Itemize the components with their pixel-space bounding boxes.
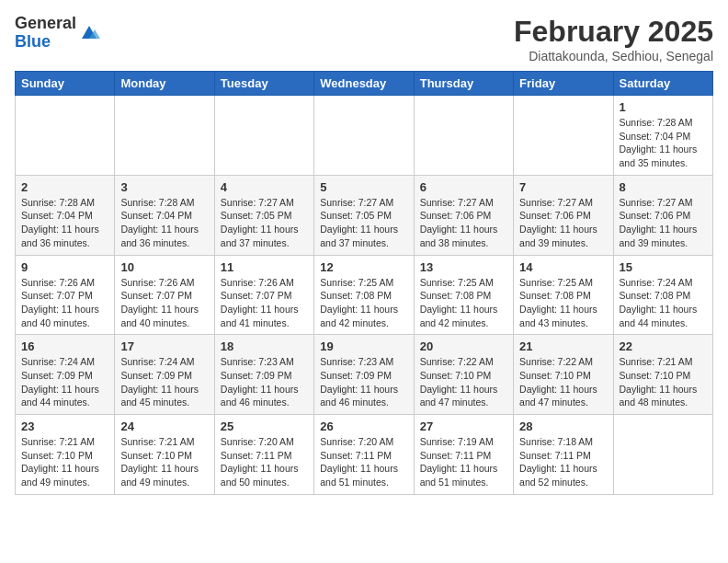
day-info: Sunrise: 7:21 AM Sunset: 7:10 PM Dayligh… <box>21 435 108 489</box>
day-number: 1 <box>620 100 707 114</box>
calendar-cell: 16Sunrise: 7:24 AM Sunset: 7:09 PM Dayli… <box>16 335 115 415</box>
day-info: Sunrise: 7:26 AM Sunset: 7:07 PM Dayligh… <box>120 276 208 330</box>
day-number: 6 <box>420 180 507 194</box>
day-number: 23 <box>21 419 108 433</box>
calendar-cell: 13Sunrise: 7:25 AM Sunset: 7:08 PM Dayli… <box>414 255 513 335</box>
logo-icon <box>78 22 100 44</box>
col-header-saturday: Saturday <box>613 72 712 96</box>
logo-blue-text: Blue <box>15 32 51 51</box>
day-number: 15 <box>620 260 707 274</box>
calendar-cell <box>314 96 414 176</box>
day-info: Sunrise: 7:26 AM Sunset: 7:07 PM Dayligh… <box>221 276 308 330</box>
day-info: Sunrise: 7:25 AM Sunset: 7:08 PM Dayligh… <box>519 276 607 330</box>
day-number: 25 <box>221 419 308 433</box>
calendar-cell <box>613 415 712 495</box>
calendar-cell: 17Sunrise: 7:24 AM Sunset: 7:09 PM Dayli… <box>115 335 214 415</box>
day-info: Sunrise: 7:27 AM Sunset: 7:05 PM Dayligh… <box>320 196 407 250</box>
calendar-cell <box>115 96 214 176</box>
logo: General Blue <box>15 15 100 52</box>
col-header-wednesday: Wednesday <box>314 72 414 96</box>
calendar-week-row: 16Sunrise: 7:24 AM Sunset: 7:09 PM Dayli… <box>16 335 713 415</box>
calendar-cell: 7Sunrise: 7:27 AM Sunset: 7:06 PM Daylig… <box>514 175 613 255</box>
calendar-week-row: 1Sunrise: 7:28 AM Sunset: 7:04 PM Daylig… <box>16 96 713 176</box>
calendar-cell <box>414 96 513 176</box>
calendar-cell: 22Sunrise: 7:21 AM Sunset: 7:10 PM Dayli… <box>613 335 712 415</box>
day-info: Sunrise: 7:20 AM Sunset: 7:11 PM Dayligh… <box>221 435 308 489</box>
calendar-cell: 25Sunrise: 7:20 AM Sunset: 7:11 PM Dayli… <box>214 415 313 495</box>
calendar-cell: 21Sunrise: 7:22 AM Sunset: 7:10 PM Dayli… <box>514 335 613 415</box>
day-number: 2 <box>21 180 108 194</box>
day-info: Sunrise: 7:22 AM Sunset: 7:10 PM Dayligh… <box>519 355 607 409</box>
calendar-cell: 4Sunrise: 7:27 AM Sunset: 7:05 PM Daylig… <box>214 175 313 255</box>
day-info: Sunrise: 7:28 AM Sunset: 7:04 PM Dayligh… <box>21 196 108 250</box>
calendar-cell: 10Sunrise: 7:26 AM Sunset: 7:07 PM Dayli… <box>115 255 214 335</box>
calendar-cell: 8Sunrise: 7:27 AM Sunset: 7:06 PM Daylig… <box>613 175 712 255</box>
calendar-cell: 1Sunrise: 7:28 AM Sunset: 7:04 PM Daylig… <box>613 96 712 176</box>
logo-general-text: General <box>15 14 76 32</box>
day-number: 20 <box>420 339 507 353</box>
calendar-cell: 6Sunrise: 7:27 AM Sunset: 7:06 PM Daylig… <box>414 175 513 255</box>
day-info: Sunrise: 7:19 AM Sunset: 7:11 PM Dayligh… <box>420 435 507 489</box>
calendar-cell: 14Sunrise: 7:25 AM Sunset: 7:08 PM Dayli… <box>514 255 613 335</box>
day-info: Sunrise: 7:25 AM Sunset: 7:08 PM Dayligh… <box>420 276 507 330</box>
day-info: Sunrise: 7:28 AM Sunset: 7:04 PM Dayligh… <box>620 116 707 170</box>
day-info: Sunrise: 7:24 AM Sunset: 7:09 PM Dayligh… <box>120 355 208 409</box>
calendar-cell: 11Sunrise: 7:26 AM Sunset: 7:07 PM Dayli… <box>214 255 313 335</box>
calendar-cell: 18Sunrise: 7:23 AM Sunset: 7:09 PM Dayli… <box>214 335 313 415</box>
calendar-table: SundayMondayTuesdayWednesdayThursdayFrid… <box>15 71 713 495</box>
day-number: 24 <box>120 419 208 433</box>
calendar-week-row: 23Sunrise: 7:21 AM Sunset: 7:10 PM Dayli… <box>16 415 713 495</box>
month-year-title: February 2025 <box>514 15 713 49</box>
calendar-cell: 2Sunrise: 7:28 AM Sunset: 7:04 PM Daylig… <box>16 175 115 255</box>
calendar-cell: 12Sunrise: 7:25 AM Sunset: 7:08 PM Dayli… <box>314 255 414 335</box>
calendar-cell: 5Sunrise: 7:27 AM Sunset: 7:05 PM Daylig… <box>314 175 414 255</box>
calendar-cell <box>214 96 313 176</box>
day-number: 28 <box>519 419 607 433</box>
calendar-cell: 23Sunrise: 7:21 AM Sunset: 7:10 PM Dayli… <box>16 415 115 495</box>
calendar-cell: 28Sunrise: 7:18 AM Sunset: 7:11 PM Dayli… <box>514 415 613 495</box>
calendar-cell: 26Sunrise: 7:20 AM Sunset: 7:11 PM Dayli… <box>314 415 414 495</box>
col-header-friday: Friday <box>514 72 613 96</box>
calendar-cell: 24Sunrise: 7:21 AM Sunset: 7:10 PM Dayli… <box>115 415 214 495</box>
calendar-cell: 3Sunrise: 7:28 AM Sunset: 7:04 PM Daylig… <box>115 175 214 255</box>
day-info: Sunrise: 7:27 AM Sunset: 7:05 PM Dayligh… <box>221 196 308 250</box>
day-info: Sunrise: 7:21 AM Sunset: 7:10 PM Dayligh… <box>120 435 208 489</box>
calendar-cell: 19Sunrise: 7:23 AM Sunset: 7:09 PM Dayli… <box>314 335 414 415</box>
calendar-cell <box>16 96 115 176</box>
title-block: February 2025 Diattakounda, Sedhiou, Sen… <box>514 15 713 63</box>
day-number: 7 <box>519 180 607 194</box>
day-number: 13 <box>420 260 507 274</box>
calendar-cell <box>514 96 613 176</box>
day-info: Sunrise: 7:21 AM Sunset: 7:10 PM Dayligh… <box>620 355 707 409</box>
day-info: Sunrise: 7:20 AM Sunset: 7:11 PM Dayligh… <box>320 435 407 489</box>
day-number: 5 <box>320 180 407 194</box>
day-number: 9 <box>21 260 108 274</box>
page-header: General Blue February 2025 Diattakounda,… <box>15 15 713 63</box>
day-number: 26 <box>320 419 407 433</box>
location-subtitle: Diattakounda, Sedhiou, Senegal <box>514 49 713 63</box>
day-info: Sunrise: 7:26 AM Sunset: 7:07 PM Dayligh… <box>21 276 108 330</box>
day-info: Sunrise: 7:25 AM Sunset: 7:08 PM Dayligh… <box>320 276 407 330</box>
day-number: 27 <box>420 419 507 433</box>
day-info: Sunrise: 7:28 AM Sunset: 7:04 PM Dayligh… <box>120 196 208 250</box>
col-header-sunday: Sunday <box>16 72 115 96</box>
day-number: 8 <box>620 180 707 194</box>
day-number: 12 <box>320 260 407 274</box>
day-number: 17 <box>120 339 208 353</box>
day-number: 3 <box>120 180 208 194</box>
day-number: 14 <box>519 260 607 274</box>
calendar-week-row: 9Sunrise: 7:26 AM Sunset: 7:07 PM Daylig… <box>16 255 713 335</box>
day-number: 18 <box>221 339 308 353</box>
calendar-week-row: 2Sunrise: 7:28 AM Sunset: 7:04 PM Daylig… <box>16 175 713 255</box>
calendar-cell: 15Sunrise: 7:24 AM Sunset: 7:08 PM Dayli… <box>613 255 712 335</box>
col-header-tuesday: Tuesday <box>214 72 313 96</box>
day-number: 19 <box>320 339 407 353</box>
day-number: 21 <box>519 339 607 353</box>
day-info: Sunrise: 7:18 AM Sunset: 7:11 PM Dayligh… <box>519 435 607 489</box>
day-number: 10 <box>120 260 208 274</box>
day-info: Sunrise: 7:23 AM Sunset: 7:09 PM Dayligh… <box>320 355 407 409</box>
day-info: Sunrise: 7:27 AM Sunset: 7:06 PM Dayligh… <box>420 196 507 250</box>
day-info: Sunrise: 7:27 AM Sunset: 7:06 PM Dayligh… <box>519 196 607 250</box>
day-info: Sunrise: 7:24 AM Sunset: 7:08 PM Dayligh… <box>620 276 707 330</box>
day-info: Sunrise: 7:27 AM Sunset: 7:06 PM Dayligh… <box>620 196 707 250</box>
